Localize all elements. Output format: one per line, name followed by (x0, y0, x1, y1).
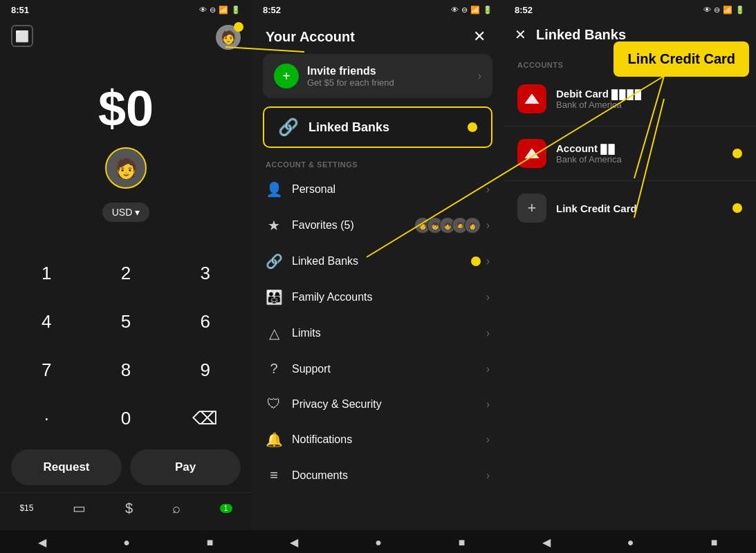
close-button[interactable]: ✕ (469, 26, 490, 47)
account-bank: Bank of America (556, 154, 723, 165)
person-icon: 👤 (266, 181, 282, 198)
debit-bank: Bank of America (556, 100, 742, 110)
menu-item-linked-banks[interactable]: 🔗 Linked Banks › (252, 243, 504, 279)
menu-item-limits[interactable]: △ Limits › (252, 315, 504, 351)
battery-icon-3: 🔋 (735, 6, 745, 15)
fav-avatar-5: 👩 (464, 217, 481, 234)
menu-item-favorites[interactable]: ★ Favorites (5) 🧑 👦 👧 🧔 👩 › (252, 207, 504, 243)
eye-icon: 👁 (199, 6, 207, 14)
recents-btn-1[interactable]: ■ (207, 536, 214, 549)
back-btn-2[interactable]: ◀ (290, 536, 298, 549)
link-icon-menu: 🔗 (266, 253, 282, 270)
divider-2 (504, 180, 756, 181)
key-3[interactable]: 3 (165, 249, 245, 297)
personal-chevron: › (486, 183, 490, 196)
pay-button[interactable]: Pay (130, 449, 241, 485)
key-9[interactable]: 9 (165, 346, 245, 394)
bottom-nav-1: $15 ▭ $ ⌕ 1 (0, 492, 252, 530)
invite-label: Invite friends (307, 65, 394, 77)
balance-area: $0 🧑 USD ▾ (0, 64, 252, 249)
p3-title: Linked Banks (536, 27, 626, 43)
key-backspace[interactable]: ⌫ (165, 394, 245, 442)
key-dot[interactable]: · (7, 394, 86, 442)
link-credit-card-row[interactable]: + Link Credit Card (504, 184, 756, 232)
linked-banks-highlight[interactable]: 🔗 Linked Banks (263, 106, 492, 148)
panel-home: 8:51 👁 ⊖ 📶 🔋 ⬜ 🧑 $0 🧑 USD ▾ 1 2 3 4 5 6 … (0, 0, 252, 553)
key-2[interactable]: 2 (86, 249, 166, 297)
favorites-chevron: › (486, 219, 490, 232)
user-avatar-ring[interactable]: 🧑 (105, 147, 147, 189)
key-5[interactable]: 5 (86, 297, 166, 346)
account-dots: ██ (600, 144, 616, 154)
menu-item-privacy[interactable]: 🛡 Privacy & Security › (252, 386, 504, 422)
privacy-chevron: › (486, 398, 490, 411)
menu-item-documents[interactable]: ≡ Documents › (252, 458, 504, 493)
menu-item-support[interactable]: ? Support › (252, 351, 504, 386)
home-btn-1[interactable]: ● (123, 536, 130, 549)
bank-item-debit[interactable]: Debit Card ████ Bank of America (504, 75, 756, 123)
invite-banner[interactable]: + Invite friends Get $5 for each friend … (263, 54, 492, 98)
key-1[interactable]: 1 (7, 249, 86, 297)
personal-label: Personal (292, 183, 335, 196)
section-header: ACCOUNT & SETTINGS (252, 156, 504, 171)
currency-label: USD (112, 207, 133, 218)
battery-icon: 🔋 (231, 6, 241, 15)
link-credit-card-label: Link Credit Card (556, 203, 637, 214)
currency-selector[interactable]: USD ▾ (102, 203, 150, 222)
notifications-chevron: › (486, 433, 490, 446)
status-icons-2: 👁 ⊖ 📶 🔋 (451, 6, 492, 15)
nav-cash[interactable]: $ (125, 500, 133, 516)
nav-activity[interactable]: 1 (220, 504, 232, 513)
home-btn-2[interactable]: ● (375, 536, 382, 549)
request-button[interactable]: Request (11, 449, 122, 485)
nav-amount-label: $15 (19, 503, 33, 513)
divider-1 (504, 126, 756, 126)
key-6[interactable]: 6 (165, 297, 245, 346)
limits-chevron: › (486, 327, 490, 339)
linked-chevron: › (486, 255, 490, 268)
search-icon: ⌕ (172, 500, 181, 516)
circle-icon: ⊖ (210, 6, 216, 15)
notifications-label: Notifications (292, 433, 352, 446)
recents-btn-3[interactable]: ■ (711, 536, 718, 549)
limits-icon: △ (266, 325, 282, 341)
menu-left-personal: 👤 Personal (266, 181, 335, 198)
time-2: 8:52 (263, 5, 281, 15)
wifi-icon-3: 📶 (723, 6, 732, 15)
bank-item-account[interactable]: Account ██ Bank of America (504, 129, 756, 178)
key-0[interactable]: 0 (86, 394, 166, 442)
recents-btn-2[interactable]: ■ (459, 536, 465, 549)
key-7[interactable]: 7 (7, 346, 86, 394)
app-logo: ⬜ (11, 25, 33, 47)
circle-icon-3: ⊖ (714, 6, 720, 15)
shield-icon: 🛡 (266, 396, 282, 412)
document-icon: ≡ (266, 467, 282, 483)
menu-item-notifications[interactable]: 🔔 Notifications › (252, 422, 504, 458)
account-dot (732, 149, 742, 158)
time-3: 8:52 (515, 5, 533, 15)
debit-info: Debit Card ████ Bank of America (556, 88, 742, 110)
chevron-down-icon: ▾ (135, 207, 140, 218)
nav-search[interactable]: ⌕ (172, 500, 181, 516)
link-credit-card-highlight[interactable]: Link Credit Card (614, 41, 749, 77)
support-label: Support (292, 363, 331, 375)
key-4[interactable]: 4 (7, 297, 86, 346)
card-icon: ▭ (73, 500, 86, 516)
linked-banks-dot (468, 122, 477, 132)
p2-title: Your Account (266, 29, 355, 45)
back-button-3[interactable]: ✕ (515, 26, 526, 43)
home-btn-3[interactable]: ● (627, 536, 634, 549)
wifi-icon: 📶 (219, 6, 228, 15)
back-btn-3[interactable]: ◀ (542, 536, 551, 549)
menu-left-family: 👨‍👩‍👧 Family Accounts (266, 289, 372, 306)
menu-item-family[interactable]: 👨‍👩‍👧 Family Accounts › (252, 279, 504, 315)
p2-spacer (252, 493, 504, 530)
nav-balance[interactable]: $15 (19, 503, 33, 513)
documents-label: Documents (292, 469, 348, 482)
key-8[interactable]: 8 (86, 346, 166, 394)
nav-card[interactable]: ▭ (73, 500, 86, 516)
favorites-avatars: 🧑 👦 👧 🧔 👩 (414, 217, 481, 234)
back-btn-1[interactable]: ◀ (38, 536, 46, 549)
menu-left-documents: ≡ Documents (266, 467, 348, 483)
menu-item-personal[interactable]: 👤 Personal › (252, 171, 504, 207)
